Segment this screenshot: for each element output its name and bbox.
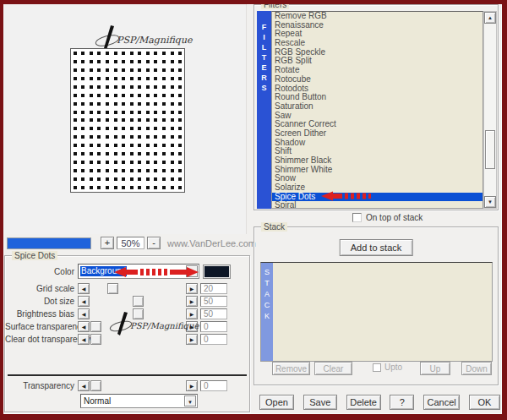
preview-dot — [90, 111, 93, 114]
svg-text:PSP/Magnifique: PSP/Magnifique — [130, 321, 199, 331]
add-to-stack-button[interactable]: Add to stack — [340, 239, 413, 256]
color-swatch[interactable] — [203, 265, 231, 279]
scrollbar-up-icon[interactable]: ▲ — [484, 12, 496, 24]
preview-dot — [178, 68, 182, 72]
color-dropdown[interactable]: Background ▼ — [78, 264, 199, 279]
preview-dot — [106, 111, 109, 114]
slider-left-arrow[interactable]: ◀ — [78, 308, 90, 319]
preview-dot — [122, 152, 125, 155]
preview-dot — [154, 60, 157, 63]
preview-dot — [90, 118, 93, 122]
slider-left-arrow[interactable]: ◀ — [78, 283, 90, 294]
filter-list-item[interactable]: Spice Dots — [272, 193, 482, 202]
filters-scrollbar[interactable]: ▲ ▼ — [483, 11, 497, 209]
filter-list-item[interactable]: Saturation — [272, 102, 482, 112]
slider-left-arrow[interactable]: ◀ — [78, 334, 90, 345]
preview-dot — [146, 186, 150, 189]
preview-dot — [146, 127, 150, 130]
clear-button[interactable]: Clear — [314, 362, 352, 375]
preview-dot — [90, 177, 93, 181]
preview-dot — [146, 152, 150, 155]
svg-text:PSP/Magnifique: PSP/Magnifique — [117, 35, 194, 46]
slider-thumb[interactable] — [133, 296, 144, 307]
preview-dot — [154, 127, 157, 130]
preview-dot — [171, 186, 174, 189]
transparency-right-arrow[interactable]: ▶ — [186, 380, 198, 391]
upto-checkbox[interactable] — [373, 363, 381, 372]
preview-dot — [74, 135, 77, 139]
slider-left-arrow[interactable]: ◀ — [78, 296, 90, 307]
transparency-thumb[interactable] — [90, 380, 101, 391]
on-top-of-stack-checkbox[interactable] — [352, 213, 362, 222]
preview-dot — [171, 169, 174, 172]
slider-thumb[interactable] — [107, 283, 118, 294]
preview-dot — [81, 144, 84, 147]
preview-dot — [138, 186, 141, 189]
preview-dot — [130, 52, 134, 55]
preview-dot — [138, 144, 141, 147]
filters-list: Remove RGB Renaissance Repeat Rescale RG… — [271, 11, 483, 209]
dialog-button[interactable]: Delete — [346, 395, 381, 410]
dialog-button[interactable]: Open — [259, 395, 294, 410]
preview-dot — [114, 144, 117, 147]
preview-dot — [178, 111, 182, 114]
preview-dot — [178, 77, 182, 80]
zoom-out-button[interactable]: - — [147, 237, 161, 249]
slider-label: Clear dot transparency — [5, 335, 74, 344]
filter-list-item[interactable]: RGB Split — [272, 57, 482, 66]
preview-dot — [162, 60, 166, 63]
scrollbar-down-icon[interactable]: ▼ — [484, 196, 496, 208]
color-dropdown-arrow-icon[interactable]: ▼ — [186, 265, 198, 277]
slider-value: 50 — [200, 296, 227, 307]
slider-track[interactable] — [90, 296, 186, 307]
filter-list-item[interactable]: Shimmer White — [272, 166, 482, 175]
website-link[interactable]: www.VanDerLee.com — [167, 238, 256, 248]
blend-mode-dropdown[interactable]: Normal ▼ — [80, 394, 198, 408]
transparency-track[interactable] — [90, 380, 186, 391]
preview-dot — [114, 94, 117, 97]
preview-dot — [162, 186, 166, 189]
slider-row: Grid scale ◀ ▶ 20 — [5, 282, 227, 295]
remove-button[interactable]: Remove — [272, 362, 310, 375]
slider-value: 20 — [200, 283, 227, 294]
preview-dot — [162, 94, 166, 97]
preview-dot — [74, 60, 77, 63]
preview-dot — [81, 169, 84, 172]
dialog-button[interactable]: Save — [303, 395, 337, 410]
preview-dot — [122, 111, 125, 114]
preview-dot — [154, 52, 157, 55]
filter-list-item[interactable]: Renaissance — [272, 21, 482, 30]
preview-dot — [146, 85, 150, 89]
filter-list-item[interactable]: Spiral — [272, 201, 482, 209]
slider-thumb[interactable] — [90, 334, 101, 345]
preview-dot — [130, 144, 134, 147]
slider-right-arrow[interactable]: ▶ — [186, 296, 198, 307]
preview-dot — [130, 85, 134, 89]
slider-label: Brightness bias — [5, 309, 74, 319]
preview-dot — [114, 85, 117, 89]
preview-dot — [106, 152, 109, 155]
preview-dot — [97, 111, 101, 114]
slider-right-arrow[interactable]: ▶ — [186, 283, 198, 294]
up-button[interactable]: Up — [420, 362, 450, 375]
zoom-in-button[interactable]: + — [101, 237, 114, 249]
slider-thumb[interactable] — [90, 321, 101, 332]
zoom-level: 50% — [117, 237, 144, 249]
color-selected-value: Background — [80, 266, 127, 276]
slider-track[interactable] — [90, 283, 186, 294]
slider-left-arrow[interactable]: ◀ — [78, 321, 90, 332]
spice-dots-group-title: Spice Dots — [12, 251, 57, 260]
preview-dot — [81, 52, 84, 55]
dialog-button[interactable]: ? — [390, 395, 414, 410]
filter-list-item[interactable]: Rotocube — [272, 75, 482, 85]
transparency-left-arrow[interactable]: ◀ — [78, 380, 90, 391]
scrollbar-thumb[interactable] — [485, 130, 495, 169]
dialog-button[interactable]: OK — [469, 395, 500, 410]
filter-list-item[interactable]: Shadow — [272, 139, 482, 148]
preview-dot — [154, 169, 157, 172]
preview-dot — [146, 135, 150, 139]
down-button[interactable]: Down — [461, 362, 492, 375]
blend-mode-dropdown-arrow-icon[interactable]: ▼ — [184, 395, 196, 406]
preview-dot — [106, 186, 109, 189]
dialog-button[interactable]: Cancel — [423, 395, 460, 410]
